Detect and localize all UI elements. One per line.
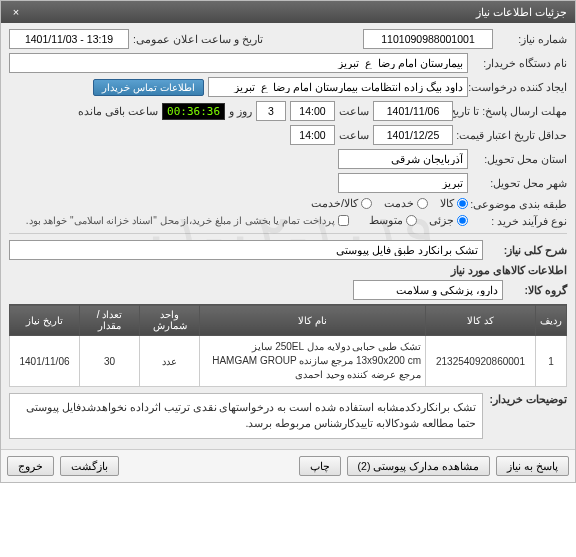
- print-button[interactable]: چاپ: [299, 456, 341, 476]
- days-remaining-field[interactable]: [256, 101, 286, 121]
- radio-service-input[interactable]: [417, 198, 428, 209]
- radio-small-input[interactable]: [457, 215, 468, 226]
- requester-label: ایجاد کننده درخواست:: [472, 81, 567, 93]
- th-date: تاریخ نیاز: [10, 305, 80, 336]
- close-icon[interactable]: ×: [9, 5, 23, 19]
- countdown: 00:36:36: [162, 103, 225, 120]
- th-unit: واحد شمارش: [140, 305, 200, 336]
- need-no-label: شماره نیاز:: [497, 33, 567, 45]
- remaining-text: ساعت باقی مانده: [78, 105, 158, 117]
- deadline-time-field[interactable]: [290, 101, 335, 121]
- radio-goods-input[interactable]: [457, 198, 468, 209]
- treasury-check[interactable]: پرداخت تمام یا بخشی از مبلغ خرید،از محل …: [26, 215, 349, 226]
- city-label: شهر محل تحویل:: [472, 177, 567, 189]
- summary-field[interactable]: [9, 240, 483, 260]
- radio-goods-service-input[interactable]: [361, 198, 372, 209]
- radio-medium-label: متوسط: [369, 214, 403, 227]
- goods-section-label: اطلاعات کالاهای مورد نیاز: [451, 264, 567, 276]
- panel-header: جزئیات اطلاعات نیاز ×: [1, 1, 575, 23]
- time-label-2: ساعت: [339, 129, 369, 141]
- goods-table: ردیف کد کالا نام کالا واحد شمارش تعداد /…: [9, 304, 567, 387]
- footer-bar: پاسخ به نیاز مشاهده مدارک پیوستی (2) چاپ…: [1, 449, 575, 482]
- announce-label: تاریخ و ساعت اعلان عمومی:: [133, 33, 263, 45]
- cell-qty: 30: [80, 336, 140, 387]
- attachments-button[interactable]: مشاهده مدارک پیوستی (2): [347, 456, 491, 476]
- th-qty: تعداد / مقدار: [80, 305, 140, 336]
- treasury-note: پرداخت تمام یا بخشی از مبلغ خرید،از محل …: [26, 215, 335, 226]
- th-row: ردیف: [536, 305, 567, 336]
- cell-date: 1401/11/06: [10, 336, 80, 387]
- process-label: نوع فرآیند خرید :: [472, 215, 567, 227]
- buyer-label: نام دستگاه خریدار:: [472, 57, 567, 69]
- radio-goods-service[interactable]: کالا/خدمت: [311, 197, 372, 210]
- group-field[interactable]: [353, 280, 503, 300]
- province-label: استان محل تحویل:: [472, 153, 567, 165]
- cell-unit: عدد: [140, 336, 200, 387]
- back-button[interactable]: بازگشت: [60, 456, 119, 476]
- watermark: ١٠١٩-٠٢-٠١: [140, 201, 436, 271]
- time-label-1: ساعت: [339, 105, 369, 117]
- announce-field[interactable]: [9, 29, 129, 49]
- exit-button[interactable]: خروج: [7, 456, 54, 476]
- contact-button[interactable]: اطلاعات تماس خریدار: [93, 79, 204, 96]
- validity-date-field[interactable]: [373, 125, 453, 145]
- validity-time-field[interactable]: [290, 125, 335, 145]
- deadline-date-field[interactable]: [373, 101, 453, 121]
- city-field[interactable]: [338, 173, 468, 193]
- buyer-notes-label: توضیحات خریدار:: [487, 393, 567, 405]
- details-panel: جزئیات اطلاعات نیاز × ١٠١٩-٠٢-٠١ شماره ن…: [0, 0, 576, 483]
- form-body: ١٠١٩-٠٢-٠١ شماره نیاز: تاریخ و ساعت اعلا…: [1, 23, 575, 449]
- cell-idx: 1: [536, 336, 567, 387]
- days-text: روز و: [229, 105, 252, 117]
- need-no-field[interactable]: [363, 29, 493, 49]
- th-name: نام کالا: [200, 305, 426, 336]
- table-header-row: ردیف کد کالا نام کالا واحد شمارش تعداد /…: [10, 305, 567, 336]
- radio-service[interactable]: خدمت: [384, 197, 428, 210]
- panel-title: جزئیات اطلاعات نیاز: [476, 6, 567, 19]
- radio-goods[interactable]: کالا: [440, 197, 468, 210]
- category-label: طبقه بندی موضوعی:: [472, 198, 567, 210]
- buyer-notes-box: تشک برانکاردکدمشابه استفاده شده است به د…: [9, 393, 483, 439]
- radio-small[interactable]: جزئی: [429, 214, 468, 227]
- radio-goods-label: کالا: [440, 197, 454, 210]
- radio-small-label: جزئی: [429, 214, 454, 227]
- requester-field[interactable]: [208, 77, 468, 97]
- province-field[interactable]: [338, 149, 468, 169]
- table-row[interactable]: 1 2132540920860001 تشک طبی حبابی دولایه …: [10, 336, 567, 387]
- deadline-label: مهلت ارسال پاسخ: تا تاریخ:: [457, 105, 567, 118]
- cell-name: تشک طبی حبابی دولایه مدل 250EL سایز 13x9…: [200, 336, 426, 387]
- respond-button[interactable]: پاسخ به نیاز: [496, 456, 569, 476]
- th-code: کد کالا: [426, 305, 536, 336]
- treasury-checkbox[interactable]: [338, 215, 349, 226]
- group-label: گروه کالا:: [507, 284, 567, 296]
- radio-service-label: خدمت: [384, 197, 414, 210]
- summary-label: شرح کلی نیاز:: [487, 244, 567, 256]
- radio-medium-input[interactable]: [406, 215, 417, 226]
- radio-goods-service-label: کالا/خدمت: [311, 197, 358, 210]
- radio-medium[interactable]: متوسط: [369, 214, 417, 227]
- cell-code: 2132540920860001: [426, 336, 536, 387]
- validity-label: حداقل تاریخ اعتبار قیمت: تا تاریخ:: [457, 129, 567, 142]
- buyer-field[interactable]: [9, 53, 468, 73]
